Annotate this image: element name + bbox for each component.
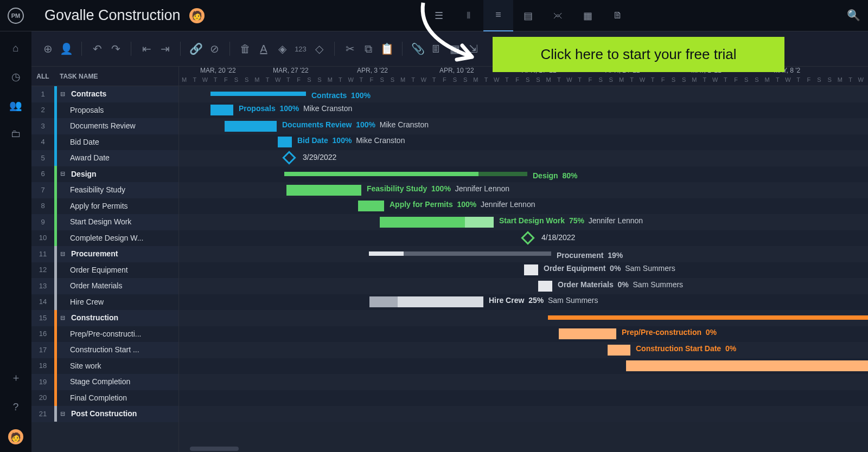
team-icon[interactable]: 👥 (9, 99, 22, 112)
task-row[interactable]: 10 Complete Design W... (31, 230, 178, 247)
number-icon[interactable]: 123 (294, 42, 307, 55)
gantt-scrollbar[interactable] (190, 447, 239, 451)
view-board-icon[interactable]: ⦀ (454, 0, 483, 31)
outdent-icon[interactable]: ⇤ (140, 42, 153, 55)
gantt-task-bar[interactable]: Order Materials 0% Sam Summers (538, 281, 552, 292)
task-row[interactable]: 13 Order Materials (31, 278, 178, 294)
gantt-summary-bar[interactable] (548, 315, 868, 320)
gantt-task-bar[interactable]: Order Equipment 0% Sam Summers (524, 264, 538, 275)
link-icon[interactable]: 🔗 (189, 42, 202, 55)
export-icon[interactable]: ⇲ (467, 42, 480, 55)
task-name-cell: Procurement (68, 249, 118, 258)
add-icon[interactable]: ＋ (11, 371, 21, 385)
task-row[interactable]: 15 ⊟ Construction (31, 310, 178, 326)
task-row[interactable]: 5 Award Date (31, 150, 178, 166)
task-name-cell: Construction (68, 313, 118, 322)
app-logo[interactable]: PM (8, 8, 24, 24)
collapse-icon[interactable]: ⊟ (57, 410, 68, 417)
gantt-milestone[interactable] (521, 231, 534, 244)
timeline-day-label: M (325, 76, 335, 86)
gantt-task-bar[interactable]: Prep/Pre-construction 0% (559, 328, 616, 339)
task-row[interactable]: 1 ⊟ Contracts (31, 86, 178, 102)
gantt-bar-label: Construction Start Date 0% (636, 344, 736, 353)
attach-icon[interactable]: 📎 (411, 42, 424, 55)
gantt-task-bar[interactable]: Construction Start Date 0% (608, 345, 630, 356)
task-row[interactable]: 3 Documents Review (31, 118, 178, 134)
task-row[interactable]: 18 Site work (31, 358, 178, 374)
task-row[interactable]: 14 Hire Crew (31, 294, 178, 311)
gantt-milestone[interactable] (282, 151, 296, 164)
gantt-summary-bar[interactable]: Design 80% (284, 172, 527, 176)
milestone-icon[interactable]: ◇ (312, 42, 326, 55)
timeline-day-label: T (554, 76, 564, 86)
task-row[interactable]: 21 ⊟ Post Construction (31, 406, 178, 422)
cut-icon[interactable]: ✂ (343, 42, 356, 55)
help-icon[interactable]: ? (13, 401, 19, 413)
unlink-icon[interactable]: ⊘ (208, 42, 221, 55)
timeline-day-label: T (720, 76, 731, 86)
gantt-summary-bar[interactable]: Procurement 19% (369, 251, 551, 256)
collapse-icon[interactable]: ⊟ (57, 91, 68, 98)
collapse-icon[interactable]: ⊟ (57, 250, 68, 257)
task-row[interactable]: 11 ⊟ Procurement (31, 246, 178, 262)
task-row[interactable]: 8 Apply for Permits (31, 198, 178, 215)
task-name-cell: Award Date (57, 153, 110, 162)
note-icon[interactable]: 🗏 (430, 42, 443, 55)
gantt-task-bar[interactable]: Proposals 100% Mike Cranston (210, 105, 233, 115)
col-all[interactable]: ALL (31, 73, 54, 80)
task-row[interactable]: 7 Feasibility Study (31, 182, 178, 198)
view-switcher: ☰ ⦀ ≡ ▤ ⩙ ▦ 🗎 (424, 0, 633, 31)
view-file-icon[interactable]: 🗎 (603, 0, 633, 31)
gantt-task-bar[interactable]: Bid Date 100% Mike Cranston (278, 137, 292, 147)
home-icon[interactable]: ⌂ (12, 42, 18, 54)
text-style-icon[interactable]: A (257, 42, 270, 55)
gantt-task-bar[interactable]: Feasibility Study 100% Jennifer Lennon (286, 185, 361, 196)
view-list-icon[interactable]: ☰ (424, 0, 454, 31)
undo-icon[interactable]: ↶ (91, 42, 104, 55)
redo-icon[interactable]: ↷ (109, 42, 122, 55)
gantt-summary-bar[interactable]: Contracts 100% (210, 92, 306, 96)
copy-icon[interactable]: ⧉ (362, 42, 375, 55)
add-task-icon[interactable]: ⊕ (41, 42, 54, 55)
view-calendar-icon[interactable]: ▦ (573, 0, 603, 31)
project-avatar[interactable]: 🧑 (189, 8, 205, 23)
gantt-task-bar[interactable]: Documents Review 100% Mike Cranston (225, 121, 277, 132)
cta-banner[interactable]: Click here to start your free trial (493, 37, 784, 72)
task-row[interactable]: 6 ⊟ Design (31, 166, 178, 183)
tag-icon[interactable]: ◈ (276, 42, 289, 55)
paste-icon[interactable]: 📋 (380, 42, 393, 55)
col-taskname[interactable]: TASK NAME (54, 73, 98, 80)
gantt-task-bar[interactable]: Hire Crew 25% Sam Summers (369, 296, 483, 307)
view-gantt-icon[interactable]: ≡ (483, 0, 513, 31)
task-row[interactable]: 9 Start Design Work (31, 214, 178, 230)
task-row[interactable]: 16 Prep/Pre-constructi... (31, 326, 178, 343)
view-activity-icon[interactable]: ⩙ (543, 0, 573, 31)
gantt-row: Apply for Permits 100% Jennifer Lennon (179, 198, 868, 215)
task-row[interactable]: 17 Construction Start ... (31, 342, 178, 358)
view-sheet-icon[interactable]: ▤ (513, 0, 543, 31)
task-row[interactable]: 20 Final Completion (31, 390, 178, 406)
recent-icon[interactable]: ◷ (11, 70, 21, 83)
collapse-icon[interactable]: ⊟ (57, 170, 68, 177)
gantt-chart[interactable]: MAR, 20 '22MAR, 27 '22APR, 3 '22APR, 10 … (179, 67, 868, 452)
search-icon[interactable]: 🔍 (847, 9, 860, 22)
gantt-row (179, 390, 868, 406)
task-row[interactable]: 4 Bid Date (31, 134, 178, 151)
timeline-day-label: W (346, 76, 356, 86)
task-row[interactable]: 2 Proposals (31, 102, 178, 119)
row-number: 3 (31, 122, 54, 130)
gantt-task-bar[interactable]: Apply for Permits 100% Jennifer Lennon (358, 201, 384, 211)
gantt-task-bar[interactable]: Start Design Work 75% Jennifer Lennon (380, 217, 494, 228)
gantt-row: Feasibility Study 100% Jennifer Lennon (179, 182, 868, 198)
indent-icon[interactable]: ⇥ (158, 42, 171, 55)
gantt-task-bar[interactable] (626, 360, 868, 371)
task-row[interactable]: 12 Order Equipment (31, 262, 178, 279)
collapse-icon[interactable]: ⊟ (57, 314, 68, 321)
assign-icon[interactable]: 👤 (60, 42, 73, 55)
delete-icon[interactable]: 🗑 (239, 42, 252, 55)
user-avatar[interactable]: 🧑 (8, 429, 23, 444)
task-row[interactable]: 19 Stage Completion (31, 374, 178, 390)
portfolio-icon[interactable]: 🗀 (11, 128, 21, 140)
gantt-row: Hire Crew 25% Sam Summers (179, 294, 868, 311)
grid-icon[interactable]: ▦ (448, 42, 461, 55)
